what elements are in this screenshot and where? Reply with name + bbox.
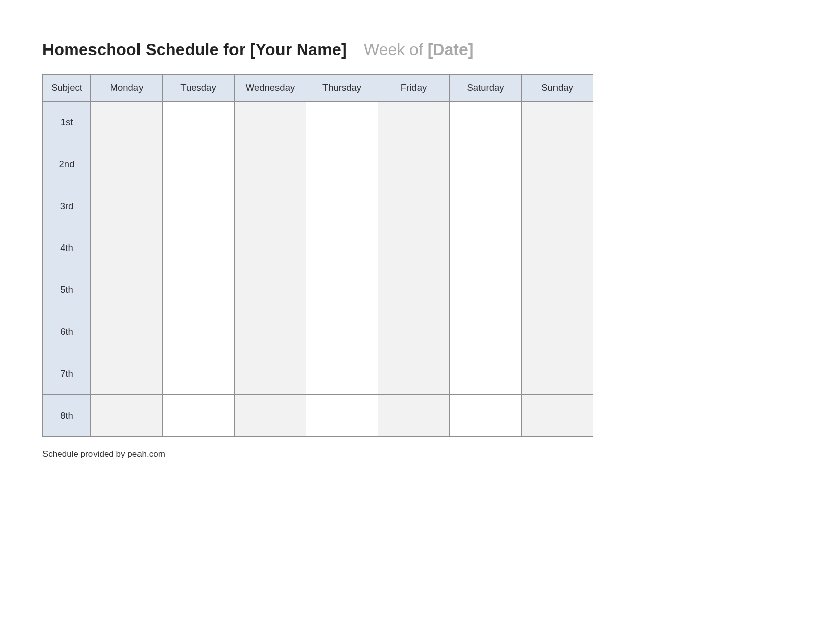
cell[interactable]	[306, 311, 378, 353]
cell[interactable]	[450, 395, 522, 437]
cell[interactable]	[522, 185, 593, 227]
cell[interactable]	[306, 185, 378, 227]
cell[interactable]	[91, 227, 163, 269]
table-row: 5th	[43, 269, 593, 311]
cell[interactable]	[163, 269, 235, 311]
table-row: 2nd	[43, 143, 593, 185]
cell[interactable]	[306, 143, 378, 185]
cell[interactable]	[163, 395, 235, 437]
cell[interactable]	[91, 185, 163, 227]
row-label-2nd: 2nd	[43, 143, 91, 185]
cell[interactable]	[450, 102, 522, 143]
cell[interactable]	[91, 311, 163, 353]
cell[interactable]	[91, 102, 163, 143]
week-of-prefix: Week of	[364, 40, 428, 59]
cell[interactable]	[91, 395, 163, 437]
header-day-tuesday: Tuesday	[163, 75, 235, 102]
cell[interactable]	[235, 353, 306, 395]
header-row: Subject Monday Tuesday Wednesday Thursda…	[43, 75, 593, 102]
cell[interactable]	[522, 395, 593, 437]
row-label-4th: 4th	[43, 227, 91, 269]
row-label-6th: 6th	[43, 311, 91, 353]
cell[interactable]	[235, 269, 306, 311]
cell[interactable]	[306, 269, 378, 311]
page: Homeschool Schedule for [Your Name] Week…	[0, 0, 834, 479]
header-subject: Subject	[43, 75, 91, 102]
cell[interactable]	[91, 353, 163, 395]
cell[interactable]	[306, 353, 378, 395]
cell[interactable]	[235, 311, 306, 353]
cell[interactable]	[450, 269, 522, 311]
row-label-7th: 7th	[43, 353, 91, 395]
row-label-8th: 8th	[43, 395, 91, 437]
header-day-monday: Monday	[91, 75, 163, 102]
cell[interactable]	[235, 185, 306, 227]
cell[interactable]	[163, 143, 235, 185]
cell[interactable]	[522, 143, 593, 185]
cell[interactable]	[378, 102, 450, 143]
cell[interactable]	[306, 395, 378, 437]
cell[interactable]	[378, 395, 450, 437]
row-label-1st: 1st	[43, 102, 91, 143]
week-of-date: [Date]	[428, 40, 474, 59]
cell[interactable]	[163, 227, 235, 269]
cell[interactable]	[378, 269, 450, 311]
header-day-friday: Friday	[378, 75, 450, 102]
cell[interactable]	[163, 185, 235, 227]
cell[interactable]	[450, 227, 522, 269]
footer-note: Schedule provided by peah.com	[42, 449, 792, 459]
cell[interactable]	[522, 353, 593, 395]
cell[interactable]	[450, 185, 522, 227]
cell[interactable]	[235, 143, 306, 185]
row-label-3rd: 3rd	[43, 185, 91, 227]
cell[interactable]	[163, 102, 235, 143]
table-row: 4th	[43, 227, 593, 269]
row-label-5th: 5th	[43, 269, 91, 311]
cell[interactable]	[235, 395, 306, 437]
week-of: Week of [Date]	[364, 40, 473, 59]
table-row: 3rd	[43, 185, 593, 227]
table-row: 6th	[43, 311, 593, 353]
cell[interactable]	[378, 227, 450, 269]
table-row: 7th	[43, 353, 593, 395]
cell[interactable]	[378, 143, 450, 185]
table-row: 1st	[43, 102, 593, 143]
cell[interactable]	[522, 311, 593, 353]
table-row: 8th	[43, 395, 593, 437]
cell[interactable]	[378, 353, 450, 395]
cell[interactable]	[522, 269, 593, 311]
header-day-wednesday: Wednesday	[235, 75, 306, 102]
cell[interactable]	[522, 102, 593, 143]
schedule-table: Subject Monday Tuesday Wednesday Thursda…	[42, 74, 593, 437]
cell[interactable]	[91, 269, 163, 311]
cell[interactable]	[450, 143, 522, 185]
page-title: Homeschool Schedule for [Your Name]	[42, 40, 347, 59]
cell[interactable]	[378, 311, 450, 353]
cell[interactable]	[163, 353, 235, 395]
header-day-saturday: Saturday	[450, 75, 522, 102]
cell[interactable]	[522, 227, 593, 269]
cell[interactable]	[235, 102, 306, 143]
cell[interactable]	[91, 143, 163, 185]
header-day-thursday: Thursday	[306, 75, 378, 102]
cell[interactable]	[378, 185, 450, 227]
cell[interactable]	[306, 102, 378, 143]
cell[interactable]	[450, 353, 522, 395]
cell[interactable]	[306, 227, 378, 269]
cell[interactable]	[163, 311, 235, 353]
cell[interactable]	[450, 311, 522, 353]
title-line: Homeschool Schedule for [Your Name] Week…	[42, 40, 792, 59]
header-day-sunday: Sunday	[522, 75, 593, 102]
cell[interactable]	[235, 227, 306, 269]
